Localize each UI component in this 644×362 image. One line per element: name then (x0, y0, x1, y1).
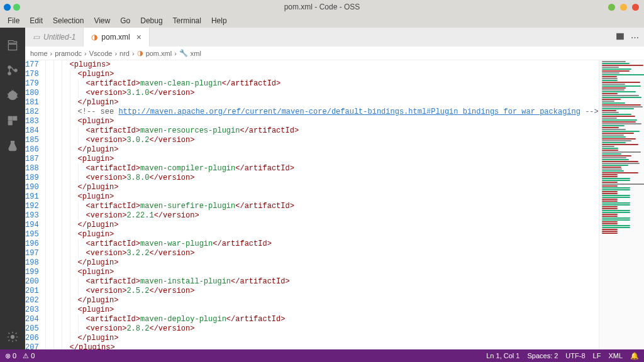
extensions-icon[interactable] (0, 108, 25, 133)
indentation[interactable]: Spaces: 2 (527, 352, 558, 360)
settings-icon[interactable] (0, 324, 25, 349)
more-icon[interactable]: ⋯ (631, 33, 639, 42)
title-bar: pom.xml - Code - OSS (0, 0, 644, 14)
code-content[interactable]: <plugins><plugin><artifactId>maven-clean… (45, 60, 599, 349)
editor-body[interactable]: 1771781791801811821831841851861871881891… (25, 60, 644, 349)
window-title: pom.xml - Code - OSS (284, 3, 360, 11)
status-bar: ⊗ 0 ⚠ 0 Ln 1, Col 1 Spaces: 2 UTF-8 LF X… (0, 349, 644, 362)
test-icon[interactable] (0, 133, 25, 158)
maximize-icon[interactable] (620, 4, 627, 11)
debug-icon[interactable] (0, 83, 25, 108)
tab-untitled[interactable]: ▭ Untitled-1 (25, 28, 84, 47)
close-icon[interactable] (632, 4, 639, 11)
file-icon: ▭ (33, 33, 40, 41)
menu-edit[interactable]: Edit (25, 15, 48, 26)
minimap[interactable] (599, 60, 644, 349)
notifications-icon[interactable]: 🔔 (630, 352, 639, 360)
svg-point-2 (14, 69, 17, 72)
menu-file[interactable]: File (3, 15, 25, 26)
bc-part[interactable]: pramodc (55, 50, 82, 57)
xml-icon: ◑ (91, 33, 97, 41)
errors-count[interactable]: ⊗ 0 (5, 352, 16, 360)
line-number-gutter: 1771781791801811821831841851861871881891… (25, 60, 45, 349)
tab-label: pom.xml (101, 33, 130, 41)
svg-point-7 (11, 336, 14, 339)
svg-rect-6 (8, 121, 12, 125)
editor-area: ▭ Untitled-1 ◑ pom.xml × ⋯ home› pramodc… (25, 28, 644, 349)
warnings-count[interactable]: ⚠ 0 (23, 352, 35, 360)
svg-rect-5 (13, 116, 17, 120)
svg-point-0 (8, 66, 11, 69)
menu-selection[interactable]: Selection (48, 15, 89, 26)
activity-bar (0, 28, 25, 349)
svg-rect-4 (8, 116, 12, 120)
menu-bar: File Edit Selection View Go Debug Termin… (0, 14, 644, 28)
left-app-icons (4, 4, 20, 11)
tab-close-icon[interactable]: × (136, 32, 142, 42)
menu-debug[interactable]: Debug (135, 15, 167, 26)
menu-terminal[interactable]: Terminal (168, 15, 206, 26)
menu-go[interactable]: Go (115, 15, 135, 26)
split-editor-icon[interactable] (616, 32, 625, 43)
bc-part[interactable]: xml (191, 50, 201, 57)
window-controls (608, 4, 639, 11)
unknown-icon (13, 4, 20, 11)
tab-label: Untitled-1 (43, 33, 75, 41)
menu-help[interactable]: Help (206, 15, 232, 26)
explorer-icon[interactable] (0, 33, 25, 58)
cursor-position[interactable]: Ln 1, Col 1 (486, 352, 519, 360)
svg-point-1 (8, 72, 11, 75)
encoding[interactable]: UTF-8 (565, 352, 585, 360)
xml-icon: ◑ (137, 49, 143, 57)
bc-part[interactable]: nrd (119, 50, 130, 57)
eol[interactable]: LF (593, 352, 601, 360)
wrench-icon: 🔧 (179, 49, 188, 57)
bc-part[interactable]: Vscode (89, 50, 113, 57)
language-mode[interactable]: XML (608, 352, 623, 360)
svg-point-3 (8, 91, 16, 99)
tab-pom-xml[interactable]: ◑ pom.xml × (84, 28, 150, 47)
bc-part[interactable]: pom.xml (146, 50, 172, 57)
minimize-icon[interactable] (608, 4, 615, 11)
bc-part[interactable]: home (30, 50, 48, 57)
status-left: ⊗ 0 ⚠ 0 (5, 352, 35, 360)
breadcrumb[interactable]: home› pramodc› Vscode› nrd› ◑ pom.xml› 🔧… (25, 47, 644, 60)
menu-view[interactable]: View (89, 15, 115, 26)
tab-bar: ▭ Untitled-1 ◑ pom.xml × ⋯ (25, 28, 644, 47)
main-area: ▭ Untitled-1 ◑ pom.xml × ⋯ home› pramodc… (0, 28, 644, 349)
status-right: Ln 1, Col 1 Spaces: 2 UTF-8 LF XML 🔔 (486, 352, 639, 360)
tab-actions: ⋯ (611, 28, 644, 47)
source-control-icon[interactable] (0, 58, 25, 83)
app-icon (4, 4, 11, 11)
